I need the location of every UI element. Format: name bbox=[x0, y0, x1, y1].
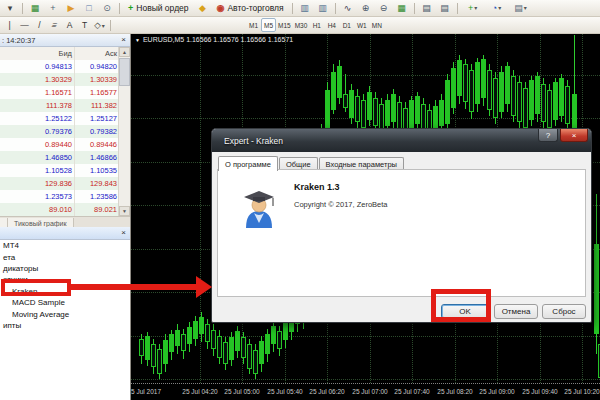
dialog-titlebar[interactable]: Expert - Kraken bbox=[212, 129, 591, 152]
scroll-thumb[interactable] bbox=[119, 58, 130, 86]
help-button[interactable]: ? bbox=[538, 129, 558, 142]
annotation-box-kraken bbox=[1, 279, 71, 296]
candle-body bbox=[151, 344, 156, 367]
shapes-icon[interactable]: ◇▾ bbox=[93, 19, 106, 32]
gold-icon[interactable]: ◆ bbox=[195, 1, 211, 16]
dialog-tabs: О программеОбщиеВходные параметры bbox=[218, 155, 404, 170]
candle-body bbox=[235, 331, 240, 351]
candle-body bbox=[397, 102, 402, 130]
market-watch-scrollbar[interactable]: ▲ ▼ bbox=[118, 47, 130, 216]
market-watch-row[interactable]: 1.468501.46866 bbox=[0, 151, 119, 164]
ask-value: 89.021 bbox=[74, 203, 119, 216]
candle-body bbox=[223, 342, 228, 364]
tab-about[interactable]: О программе bbox=[218, 156, 278, 171]
text-icon[interactable]: A bbox=[63, 19, 76, 32]
candle-body bbox=[211, 330, 216, 349]
timeframe-m5[interactable]: M5 bbox=[261, 18, 276, 32]
navigator-item-macd-sample[interactable]: MACD Sample bbox=[0, 297, 130, 308]
market-watch-row[interactable]: 0.948130.94820 bbox=[0, 60, 119, 73]
auto-trading-button[interactable]: ◉Авто-торговля bbox=[212, 1, 289, 15]
toolbar-separator bbox=[292, 3, 293, 14]
candle-body bbox=[547, 90, 552, 128]
navigator-item-indicators[interactable]: дикаторы bbox=[0, 263, 130, 274]
zoom-out-icon[interactable]: ⊖ bbox=[376, 1, 392, 16]
dropdown-caret-icon: ▾ bbox=[474, 5, 477, 11]
navigator-item-accounts[interactable]: ета bbox=[0, 251, 130, 262]
horizontal-line-icon[interactable]: — bbox=[18, 19, 31, 32]
timeframe-h4[interactable]: H4 bbox=[324, 18, 339, 32]
column-ask[interactable]: Аск bbox=[74, 47, 119, 60]
candle-body bbox=[145, 336, 150, 360]
timeframe-h1[interactable]: H1 bbox=[309, 18, 324, 32]
vertical-line-icon[interactable]: | bbox=[3, 19, 16, 32]
windows-icon[interactable]: □ bbox=[81, 1, 97, 16]
candle-body bbox=[361, 100, 366, 128]
market-watch-rows: 0.948130.948201.303291.303391.165711.165… bbox=[0, 60, 119, 216]
navigator-item-mt4[interactable]: МТ4 bbox=[0, 240, 130, 251]
bid-value: 1.10528 bbox=[0, 164, 74, 177]
market-watch-row[interactable]: 129.836129.843 bbox=[0, 177, 119, 190]
templates-icon[interactable]: ▤▾ bbox=[510, 1, 532, 16]
time-axis-label: 25 Jul 05:00 bbox=[224, 388, 259, 395]
close-button[interactable]: × bbox=[560, 129, 588, 142]
candle-body bbox=[391, 94, 396, 122]
timeframe-m30[interactable]: M30 bbox=[293, 18, 310, 32]
navigator-item-scripts[interactable]: ипты bbox=[0, 320, 130, 331]
candle-body bbox=[451, 68, 456, 108]
new-order-button-label: Новый ордер bbox=[136, 3, 188, 13]
new-order-button[interactable]: +Новый ордер bbox=[123, 1, 194, 15]
timeframe-w1[interactable]: W1 bbox=[354, 18, 369, 32]
bid-value: 1.25122 bbox=[0, 112, 74, 125]
reset-button[interactable]: Сброс bbox=[542, 304, 586, 319]
navigator-item-moving-average[interactable]: Moving Average bbox=[0, 308, 130, 319]
line-chart-icon[interactable]: ∿ bbox=[340, 1, 356, 16]
profile-2-icon[interactable]: ▥ bbox=[315, 1, 331, 16]
timeframe-m15[interactable]: M15 bbox=[276, 18, 293, 32]
time-axis-label: 25 Jul 07:40 bbox=[394, 388, 429, 395]
cancel-button[interactable]: Отмена bbox=[494, 304, 538, 319]
close-icon[interactable]: × bbox=[119, 229, 128, 238]
market-watch-row[interactable]: 1.235731.23586 bbox=[0, 190, 119, 203]
candle-body bbox=[331, 72, 336, 110]
market-watch-row[interactable]: 1.165711.16577 bbox=[0, 86, 119, 99]
time-axis-label: 25 Jul 09:00 bbox=[479, 388, 514, 395]
zoom-in-icon[interactable]: ⊕ bbox=[358, 1, 374, 16]
text-label-icon[interactable]: T bbox=[78, 19, 91, 32]
market-watch-row[interactable]: 1.251221.25127 bbox=[0, 112, 119, 125]
market-watch-row[interactable]: 0.894400.89446 bbox=[0, 138, 119, 151]
toolbar-separator bbox=[335, 3, 336, 14]
bid-value: 0.94813 bbox=[0, 60, 74, 73]
arrange-horizontal-icon[interactable]: ▤ bbox=[419, 1, 435, 16]
magnifier-icon[interactable]: ⊙ bbox=[99, 1, 115, 16]
scroll-up-icon[interactable]: ▲ bbox=[119, 47, 130, 57]
tile-windows-icon[interactable]: ▦ bbox=[394, 1, 410, 16]
timeframe-d1[interactable]: D1 bbox=[339, 18, 354, 32]
add-indicator-icon[interactable]: +▾ bbox=[462, 1, 484, 16]
market-watch-row[interactable]: 111.378111.382 bbox=[0, 99, 119, 112]
periods-icon[interactable]: ◔▾ bbox=[486, 1, 508, 16]
market-watch-row[interactable]: 1.303291.30339 bbox=[0, 73, 119, 86]
market-watch-header: Бид Аск bbox=[0, 47, 119, 61]
timeframe-m1[interactable]: M1 bbox=[246, 18, 261, 32]
scroll-down-icon[interactable]: ▼ bbox=[119, 206, 130, 216]
menu-caret-icon[interactable]: ▾ bbox=[2, 1, 18, 16]
ask-value: 129.843 bbox=[74, 177, 119, 190]
trendline-icon[interactable]: / bbox=[33, 19, 46, 32]
candle-body bbox=[259, 341, 264, 364]
candle-body bbox=[445, 80, 450, 124]
timeframe-mn[interactable]: MN bbox=[369, 18, 384, 32]
profile-1-icon[interactable]: ▥ bbox=[297, 1, 313, 16]
close-icon[interactable]: × bbox=[119, 36, 128, 45]
time-axis-label: 5 Jul 2017 bbox=[131, 388, 161, 395]
arrange-vertical-icon[interactable]: ▤ bbox=[437, 1, 453, 16]
column-bid[interactable]: Бид bbox=[0, 47, 74, 60]
market-watch-row[interactable]: 89.01089.021 bbox=[0, 203, 119, 216]
market-watch-row[interactable]: 0.793760.79382 bbox=[0, 125, 119, 138]
crosshair-icon[interactable]: + bbox=[45, 1, 61, 16]
cursor-icon[interactable]: ▶ bbox=[63, 1, 79, 16]
market-watch-row[interactable]: 1.105281.10535 bbox=[0, 164, 119, 177]
new-chart-icon[interactable]: ▦ bbox=[27, 1, 43, 16]
channel-icon[interactable]: ≡ bbox=[48, 19, 61, 32]
new-order-button-icon: + bbox=[128, 3, 133, 13]
graduate-person-icon bbox=[240, 184, 278, 228]
